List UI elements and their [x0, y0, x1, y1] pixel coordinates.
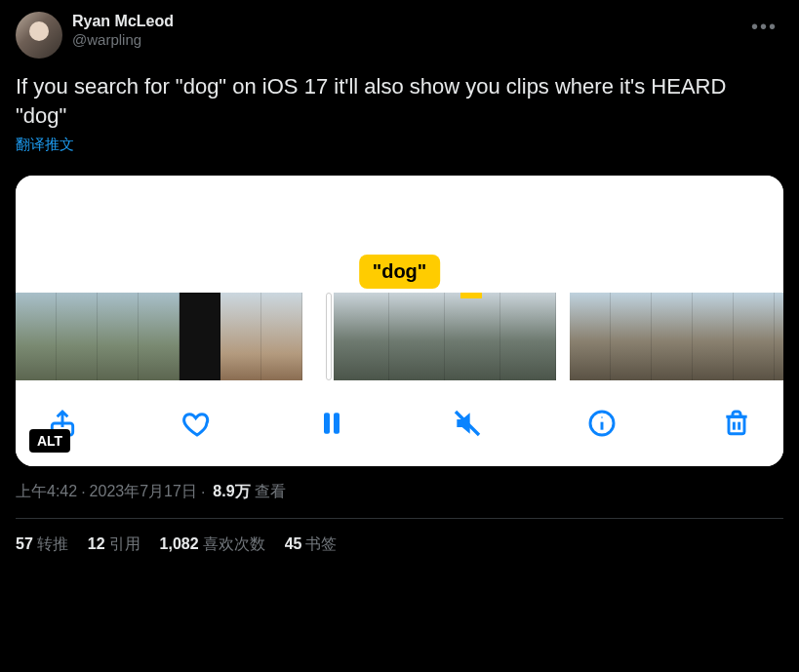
tweet-date: 2023年7月17日	[90, 482, 197, 502]
author-name: Ryan McLeod	[72, 12, 174, 31]
clip-thumb	[389, 293, 445, 380]
clip-thumb	[775, 293, 783, 380]
retweets-stat[interactable]: 57转推	[16, 534, 68, 555]
clip-cluster[interactable]	[16, 293, 302, 380]
tweet-time: 上午4:42	[16, 482, 77, 502]
tweet-meta[interactable]: 上午4:42 · 2023年7月17日 · 8.9万 查看	[16, 482, 783, 502]
clip-thumb	[139, 293, 180, 380]
clip-cluster[interactable]	[570, 293, 783, 380]
clip-thumb	[652, 293, 693, 380]
clip-thumb	[180, 293, 220, 380]
alt-badge[interactable]: ALT	[29, 429, 70, 453]
tweet-container: Ryan McLeod @warpling ••• If you search …	[0, 0, 799, 567]
translate-link[interactable]: 翻译推文	[16, 136, 74, 154]
clip-thumb	[57, 293, 98, 380]
caption-marker	[460, 293, 482, 298]
more-options-button[interactable]: •••	[745, 12, 783, 42]
tweet-stats: 57转推 12引用 1,082喜欢次数 45书签	[16, 534, 783, 555]
caption-tag: "dog"	[359, 255, 441, 289]
video-scrubber[interactable]	[16, 293, 783, 388]
likes-stat[interactable]: 1,082喜欢次数	[160, 534, 265, 555]
pause-icon[interactable]	[312, 404, 351, 443]
clip-thumb	[334, 293, 389, 380]
clip-thumb	[734, 293, 775, 380]
clip-thumb	[445, 293, 500, 380]
bookmarks-stat[interactable]: 45书签	[285, 534, 338, 555]
clip-thumb	[570, 293, 611, 380]
media-preview-top: "dog"	[16, 176, 783, 293]
views-count: 8.9万	[213, 482, 250, 502]
svg-rect-1	[324, 414, 330, 434]
clip-thumb	[500, 293, 556, 380]
clip-thumb	[261, 293, 302, 380]
info-icon[interactable]	[582, 404, 621, 443]
svg-point-6	[601, 417, 603, 419]
dot: ·	[81, 484, 85, 501]
divider	[16, 518, 783, 519]
clip-thumb	[16, 293, 57, 380]
author-handle: @warpling	[72, 31, 174, 50]
dot: ·	[201, 484, 205, 501]
media-card[interactable]: "dog"	[16, 176, 783, 466]
clip-thumb	[98, 293, 139, 380]
avatar[interactable]	[16, 12, 62, 59]
heart-icon[interactable]	[178, 404, 217, 443]
trash-icon[interactable]	[717, 404, 756, 443]
views-label: 查看	[255, 482, 286, 502]
media-toolbar	[16, 388, 783, 466]
svg-rect-2	[334, 414, 340, 434]
tweet-header: Ryan McLeod @warpling •••	[16, 12, 783, 59]
mute-icon[interactable]	[448, 404, 487, 443]
clip-thumb	[693, 293, 734, 380]
author-block[interactable]: Ryan McLeod @warpling	[72, 12, 174, 50]
clip-thumb	[611, 293, 652, 380]
clip-cluster[interactable]	[316, 293, 556, 380]
tweet-text: If you search for "dog" on iOS 17 it'll …	[16, 72, 777, 130]
playhead[interactable]	[326, 293, 332, 380]
quotes-stat[interactable]: 12引用	[88, 534, 140, 555]
svg-rect-7	[729, 417, 744, 434]
clip-thumb	[220, 293, 261, 380]
